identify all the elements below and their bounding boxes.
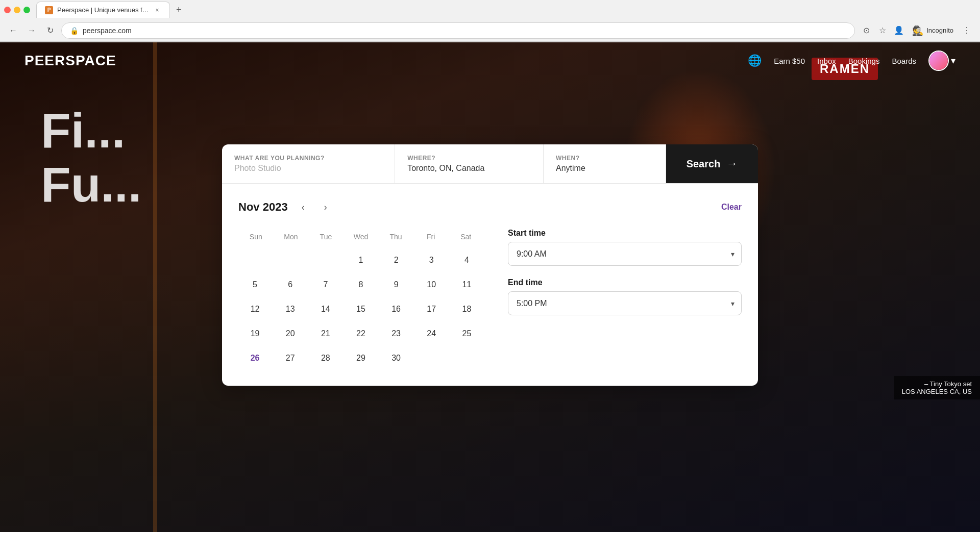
- when-label: When?: [556, 155, 653, 162]
- page-background: RAMEN PEERSPACE 🌐 Earn $50 Inbox Booking…: [0, 42, 980, 532]
- maximize-window-btn[interactable]: [23, 7, 30, 13]
- hero-line-2: Fu...: [41, 158, 141, 212]
- calendar-day[interactable]: 24: [420, 322, 443, 345]
- calendar-header: Nov 2023 ‹ › Clear: [238, 198, 742, 216]
- incognito-label: Incognito: [926, 27, 953, 34]
- calendar-weekdays: SunMonTueWedThuFriSat: [238, 229, 483, 245]
- calendar-day[interactable]: 28: [314, 347, 337, 369]
- calendar-day[interactable]: 20: [279, 322, 302, 345]
- start-time-select[interactable]: 12:00 AM1:00 AM2:00 AM3:00 AM4:00 AM5:00…: [508, 242, 742, 266]
- calendar-day[interactable]: 26: [244, 347, 266, 369]
- end-time-label: End time: [508, 278, 742, 287]
- calendar-nav: ‹ ›: [294, 198, 335, 216]
- calendar-weekday-tue: Tue: [308, 229, 344, 245]
- hero-text: Fi... Fu...: [41, 104, 141, 211]
- calendar-next-btn[interactable]: ›: [316, 198, 335, 216]
- profile-extension-btn[interactable]: 👤: [892, 23, 906, 38]
- arrow-right-icon: →: [726, 157, 738, 170]
- close-window-btn[interactable]: [4, 7, 11, 13]
- calendar-day[interactable]: 19: [244, 322, 266, 345]
- calendar-day: [244, 249, 266, 271]
- new-tab-btn[interactable]: +: [172, 1, 186, 18]
- when-field[interactable]: When? Anytime: [544, 144, 666, 183]
- end-time-wrapper: 12:00 AM1:00 AM2:00 AM3:00 AM4:00 AM5:00…: [508, 291, 742, 315]
- search-container: What are you planning? Photo Studio Wher…: [222, 144, 758, 386]
- menu-btn[interactable]: ⋮: [960, 23, 974, 38]
- cast-btn[interactable]: ⊙: [859, 23, 873, 38]
- tab-close-btn[interactable]: ×: [153, 6, 161, 14]
- browser-window: P Peerspace | Unique venues for m... × +…: [0, 0, 980, 551]
- boards-link[interactable]: Boards: [892, 57, 916, 65]
- planning-label: What are you planning?: [234, 155, 382, 162]
- calendar-day[interactable]: 22: [350, 322, 372, 345]
- calendar-day[interactable]: 5: [244, 273, 266, 296]
- calendar-day[interactable]: 21: [314, 322, 337, 345]
- nav-icons-right: ⊙ ☆ 👤 🕵 Incognito ⋮: [859, 23, 974, 38]
- time-section: Start time 12:00 AM1:00 AM2:00 AM3:00 AM…: [508, 229, 742, 369]
- logo[interactable]: PEERSPACE: [24, 53, 116, 69]
- calendar-day[interactable]: 8: [350, 273, 372, 296]
- bookmark-btn[interactable]: ☆: [875, 23, 890, 38]
- incognito-badge[interactable]: 🕵 Incognito: [908, 23, 958, 38]
- calendar-day[interactable]: 9: [385, 273, 407, 296]
- calendar-clear-btn[interactable]: Clear: [721, 203, 742, 212]
- inbox-link[interactable]: Inbox: [817, 57, 836, 65]
- calendar-day[interactable]: 16: [385, 298, 407, 320]
- calendar-prev-btn[interactable]: ‹: [294, 198, 312, 216]
- where-field[interactable]: Where? Toronto, ON, Canada: [395, 144, 544, 183]
- calendar-day[interactable]: 12: [244, 298, 266, 320]
- calendar-day[interactable]: 17: [420, 298, 443, 320]
- venue-location: LOS ANGELES CA, US: [902, 388, 972, 395]
- venue-credit: – Tiny Tokyo set LOS ANGELES CA, US: [894, 376, 980, 399]
- planning-placeholder: Photo Studio: [234, 164, 382, 173]
- calendar-day[interactable]: 13: [279, 298, 302, 320]
- calendar-day[interactable]: 7: [314, 273, 337, 296]
- address-bar[interactable]: 🔒 peerspace.com: [61, 22, 855, 39]
- calendar-day[interactable]: 29: [350, 347, 372, 369]
- active-tab[interactable]: P Peerspace | Unique venues for m... ×: [36, 2, 170, 18]
- back-btn[interactable]: ←: [6, 23, 20, 38]
- avatar[interactable]: [928, 51, 949, 71]
- calendar-day[interactable]: 25: [455, 322, 478, 345]
- reload-btn[interactable]: ↻: [43, 23, 57, 38]
- user-menu[interactable]: ▾: [928, 51, 955, 71]
- start-time-label: Start time: [508, 229, 742, 238]
- incognito-icon: 🕵: [912, 25, 923, 36]
- browser-nav-bar: ← → ↻ 🔒 peerspace.com ⊙ ☆ 👤 🕵 Incognito …: [0, 19, 980, 42]
- window-controls: [4, 7, 30, 13]
- calendar-weekday-sat: Sat: [448, 229, 483, 245]
- calendar-day[interactable]: 11: [455, 273, 478, 296]
- calendar-weekday-mon: Mon: [274, 229, 309, 245]
- calendar-day[interactable]: 27: [279, 347, 302, 369]
- start-time-group: Start time 12:00 AM1:00 AM2:00 AM3:00 AM…: [508, 229, 742, 266]
- calendar-grid: SunMonTueWedThuFriSat 123456789101112131…: [238, 229, 483, 369]
- calendar-day[interactable]: 4: [455, 249, 478, 271]
- calendar-day[interactable]: 14: [314, 298, 337, 320]
- calendar-day: [455, 347, 478, 369]
- calendar-day: [314, 249, 337, 271]
- minimize-window-btn[interactable]: [14, 7, 20, 13]
- calendar-day[interactable]: 1: [350, 249, 372, 271]
- calendar-body: SunMonTueWedThuFriSat 123456789101112131…: [238, 229, 742, 369]
- calendar-days: 1234567891011121314151617181920212223242…: [238, 249, 483, 369]
- calendar-day[interactable]: 6: [279, 273, 302, 296]
- earn-link[interactable]: Earn $50: [774, 57, 805, 65]
- calendar-day[interactable]: 10: [420, 273, 443, 296]
- globe-icon[interactable]: 🌐: [748, 54, 762, 67]
- bookings-link[interactable]: Bookings: [848, 57, 880, 65]
- where-label: Where?: [407, 155, 531, 162]
- calendar-day[interactable]: 18: [455, 298, 478, 320]
- end-time-select[interactable]: 12:00 AM1:00 AM2:00 AM3:00 AM4:00 AM5:00…: [508, 291, 742, 315]
- forward-btn[interactable]: →: [24, 23, 39, 38]
- calendar-day[interactable]: 23: [385, 322, 407, 345]
- search-button[interactable]: Search →: [666, 144, 758, 183]
- calendar-day: [420, 347, 443, 369]
- calendar-day[interactable]: 30: [385, 347, 407, 369]
- calendar-day[interactable]: 3: [420, 249, 443, 271]
- end-time-group: End time 12:00 AM1:00 AM2:00 AM3:00 AM4:…: [508, 278, 742, 315]
- venue-name: – Tiny Tokyo set: [902, 380, 972, 388]
- calendar-day[interactable]: 15: [350, 298, 372, 320]
- calendar-month-year: Nov 2023: [238, 201, 288, 214]
- planning-field[interactable]: What are you planning? Photo Studio: [222, 144, 395, 183]
- calendar-day[interactable]: 2: [385, 249, 407, 271]
